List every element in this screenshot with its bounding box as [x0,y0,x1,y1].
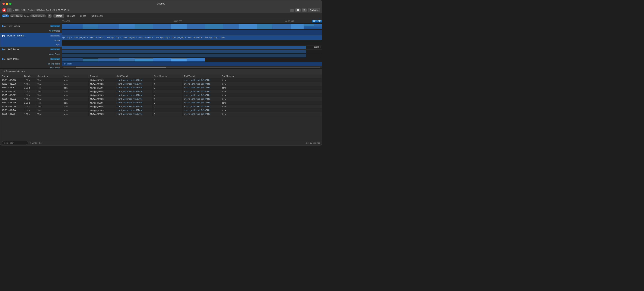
h-scrollbar-thumb[interactable] [76,67,166,68]
duplicate-button[interactable]: Duplicate [308,8,320,12]
table-row[interactable]: 00:03.682.522 1.00 s Test spin MyApp (48… [0,86,322,90]
table-row[interactable]: 00:01.682.166 1.00 s Test spin MyApp (48… [0,78,322,82]
th-end-message[interactable]: End Message [220,74,322,78]
spin-label-8: spin (Test): 8 → done [192,37,209,38]
td-process-6: MyApp (48685) [88,101,115,104]
td-subsystem-3: Test [36,90,62,93]
spin-label-6: spin (Test): 9 → done [160,37,176,38]
td-name-2: spin [62,86,88,89]
info-icon[interactable]: ℹ [67,9,70,11]
table-row[interactable]: 00:07.683.136 1.00 s Test spin MyApp (48… [0,101,322,105]
td-subsystem-6: Test [36,101,62,104]
detail-filter[interactable]: ⊙ Detail Filter [30,142,42,144]
instrument-dot-time-profiler [2,25,4,27]
sub-label-cpu-usage-1: CPU Usage [49,30,60,32]
svg-rect-8 [205,24,223,29]
nav-tabs: Target Threads CPUs Instruments [54,14,105,18]
minimize-button[interactable] [6,3,8,5]
td-end-msg-6: done [220,101,322,104]
td-subsystem-4: Test [36,93,62,97]
table-row[interactable]: 00:02.682.378 1.00 s Test spin MyApp (48… [0,82,322,86]
back-icon[interactable]: ◀ [12,9,14,11]
td-subsystem-8: Test [36,108,62,112]
td-duration-7: 1.00 s [23,105,36,108]
spin-label-0: spin (Test): 0 → done [62,37,78,38]
instrument-badge-time-profiler: Instrument [50,25,60,27]
filter-dot: • [47,15,48,17]
svg-rect-15 [62,58,83,61]
td-process-5: MyApp (48685) [88,97,115,101]
tab-target[interactable]: Target [54,14,64,18]
instrument-row-time-profiler: ▶ Time Profiler Instrument CPU Usage [0,23,62,33]
table-row[interactable]: 00:05.682.821 1.00 s Test spin MyApp (48… [0,93,322,97]
tab-cpus[interactable]: CPUs [78,14,88,18]
tab-threads[interactable]: Threads [65,14,78,18]
timeline-header: 00:00.000 00:05.000 00:10.000 00:11.618 [0,19,322,23]
close-button[interactable] [2,3,5,5]
svg-rect-11 [257,24,272,29]
input-filter[interactable] [2,141,28,145]
td-name-8: spin [62,108,88,112]
td-start-msg-7: 7 [152,105,183,108]
instrument-row-swift-actors: ▶ Swift Actors Instrument Actor Count [0,47,62,56]
td-end-msg-8: done [220,108,322,112]
list-title: List: Regions of Interest [2,70,24,72]
td-name-5: spin [62,97,88,101]
table-row[interactable]: 00:08.683.568 1.00 s Test spin MyApp (48… [0,105,322,108]
record-button[interactable] [2,8,6,12]
add-button[interactable]: + [290,9,294,12]
tab-instruments[interactable]: Instruments [88,14,105,18]
svg-rect-4 [135,24,153,29]
td-start-msg-1: 1 [152,82,183,86]
traffic-lights [2,3,12,5]
table-row[interactable]: 00:04.682.667 1.00 s Test spin MyApp (48… [0,90,322,93]
th-duration[interactable]: Duration [23,74,36,78]
ruler-tick-0: 00:00.000 [62,20,70,22]
h-scrollbar[interactable] [64,67,320,68]
th-subsystem[interactable]: Subsystem [36,74,62,78]
expand-poi[interactable]: ▶ [4,35,6,37]
th-name[interactable]: Name [62,74,88,78]
track-alive-tasks [62,50,322,54]
td-end-thread-1: start_wqthread 0x5874fd [183,82,220,86]
filter-attribute[interactable]: ATTRIBUTE [10,14,24,17]
td-end-thread-7: start_wqthread 0x5874fd [183,105,220,108]
table-row[interactable]: 00:10.683.894 1.00 s Test spin MyApp (48… [0,112,322,116]
split-v-button[interactable]: ◫ [302,8,307,12]
td-duration-8: 1.00 s [23,108,36,112]
td-start-msg-0: 0 [152,78,183,82]
table-row[interactable]: 00:09.683.746 1.00 s Test spin MyApp (48… [0,108,322,112]
th-start-message[interactable]: Start Message [152,74,183,78]
svg-rect-17 [98,58,119,61]
expand-swift-actors[interactable]: ▶ [4,48,6,50]
filter-instrument[interactable]: INSTRUMENT [30,14,46,17]
pause-button[interactable]: ⏸ [7,8,12,12]
th-start-thread[interactable]: Start Thread [115,74,152,78]
table-body[interactable]: 00:01.682.166 1.00 s Test spin MyApp (48… [0,78,322,140]
filter-clear-button[interactable]: ✕ [48,14,52,18]
expand-swift-tasks[interactable]: ▶ [4,58,6,60]
td-start-5: 00:06.682.972 [0,97,23,101]
th-process[interactable]: Process [88,74,115,78]
instrument-row-points-of-interest[interactable]: ▶ Points of Interest Instrument Points s… [0,33,62,47]
breadcrumb: ◀ Rob's Mac Studio › MyApp [12,9,44,11]
list-dropdown-icon[interactable]: ▾ [24,70,25,72]
expand-time-profiler[interactable]: ▶ [4,25,6,27]
spin-label-9: spin (Test): 5 → done [209,37,225,38]
th-start[interactable]: Start ▲ [0,74,23,78]
table-row[interactable]: 00:06.682.972 1.00 s Test spin MyApp (48… [0,97,322,101]
td-process-4: MyApp (48685) [88,93,115,97]
td-end-thread-0: start_wqthread 0x5874fd [183,78,220,82]
toolbar2: ⏸ ◀ Rob's Mac Studio › MyApp Run 2 of 2 … [0,7,322,13]
td-duration-1: 1.00 s [23,82,36,86]
td-start-3: 00:04.682.667 [0,90,23,93]
td-duration-3: 1.00 s [23,90,36,93]
maximize-button[interactable] [9,3,12,5]
td-process-7: MyApp (48685) [88,105,115,108]
td-end-msg-5: done [220,97,322,101]
split-h-button[interactable]: ⬜ [295,8,301,12]
filter-any[interactable]: ANY [2,14,9,17]
svg-rect-18 [119,58,135,61]
td-name-0: spin [62,78,88,82]
th-end-thread[interactable]: End Thread [183,74,220,78]
